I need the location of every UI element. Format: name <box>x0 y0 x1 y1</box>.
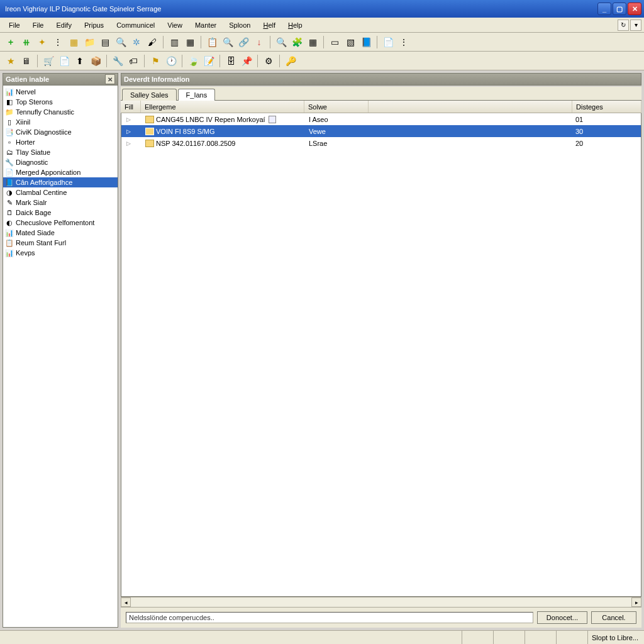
menu-communicel[interactable]: Communicel <box>110 19 161 31</box>
col-spacer <box>369 101 572 113</box>
t2-monitor-icon[interactable]: 🖥 <box>19 54 33 68</box>
sidebar-item-8[interactable]: 📄Merged Apponication <box>3 167 118 177</box>
t2-wrench-icon[interactable]: 🔧 <box>111 54 125 68</box>
t2-box-icon[interactable]: 📦 <box>89 54 103 68</box>
sidebar-item-9[interactable]: 📘Cân Aefforigadhce <box>3 177 118 187</box>
refresh-small-icon[interactable]: ↻ <box>618 19 629 31</box>
minimize-button[interactable]: _ <box>597 3 611 15</box>
sidebar-item-11[interactable]: ✎Mark Sialr <box>3 197 118 208</box>
tree-item-icon: 📄 <box>5 168 14 177</box>
t2-flag-icon[interactable]: ⚑ <box>148 54 162 68</box>
sidebar-item-4[interactable]: 📑CiviK Diagnostiice <box>3 127 118 137</box>
scroll-right-icon[interactable]: ▸ <box>631 597 641 607</box>
sidebar-item-7[interactable]: 🔧Diagnostic <box>3 157 118 167</box>
menu-edify[interactable]: Edify <box>50 19 77 31</box>
sidebar-item-3[interactable]: ▯Xiinil <box>3 117 118 127</box>
menu-manter[interactable]: Manter <box>189 19 223 31</box>
grip-icon[interactable]: ⋮ <box>51 35 65 49</box>
tab-0[interactable]: Salley Sales <box>122 89 177 101</box>
copy-icon[interactable]: 📋 <box>205 35 219 49</box>
horizontal-scrollbar[interactable]: ◂ ▸ <box>121 597 641 607</box>
t2-star-icon[interactable]: ★ <box>4 54 18 68</box>
expand-icon[interactable]: ▷ <box>125 116 131 123</box>
sidebar-item-13[interactable]: ◐Checuslove Pelfomentont <box>3 218 118 228</box>
sidebar-item-1[interactable]: ◧Top Sterons <box>3 97 118 107</box>
sidebar-item-6[interactable]: 🗂Tlay Siatue <box>3 147 118 157</box>
sidebar-item-0[interactable]: 📊Nervel <box>3 87 118 97</box>
add-multi-icon[interactable]: ⧺ <box>19 35 33 49</box>
col-ellergeme[interactable]: Ellergeme <box>141 101 304 113</box>
menu-file-1[interactable]: File <box>3 19 26 31</box>
folder-icon[interactable]: 📁 <box>82 35 96 49</box>
t2-leaf-icon[interactable]: 🍃 <box>186 54 200 68</box>
menu-helf[interactable]: Helf <box>257 19 282 31</box>
t2-gear-icon[interactable]: ⚙ <box>262 54 275 68</box>
tab-1[interactable]: F_Ians <box>178 89 216 101</box>
down-arrow-icon[interactable]: ↓ <box>252 35 266 49</box>
t2-tag-icon[interactable]: 🏷 <box>126 54 140 68</box>
t2-note-icon[interactable]: 📝 <box>202 54 216 68</box>
link-icon[interactable]: 🔗 <box>236 35 250 49</box>
star-icon[interactable]: ✲ <box>130 35 143 49</box>
menu-sploon[interactable]: Sploon <box>223 19 257 31</box>
book-icon[interactable]: 📘 <box>359 35 373 49</box>
sparkle-icon[interactable]: ✦ <box>35 35 49 49</box>
sidebar-close-icon[interactable]: ✕ <box>105 74 115 84</box>
zoom-icon[interactable]: 🔍 <box>221 35 235 49</box>
t2-key-icon[interactable]: 🔑 <box>284 54 297 68</box>
sidebar-tree[interactable]: 📊Nervel◧Top Sterons📁Tennufly Chanustic▯X… <box>3 86 118 628</box>
tree-item-label: Checuslove Pelfomentont <box>16 219 94 226</box>
menu-pripus[interactable]: Pripus <box>78 19 110 31</box>
table-row[interactable]: ▷CANG45 LNBC IV Repen MorkoyaíI Aseo01 <box>121 113 641 125</box>
t2-up-icon[interactable]: ⬆ <box>73 54 87 68</box>
list-icon[interactable]: ▥ <box>167 35 181 49</box>
brush-icon[interactable]: 🖌 <box>145 35 159 49</box>
maximize-button[interactable]: ▢ <box>613 3 626 15</box>
more-icon[interactable]: ⋮ <box>397 35 411 49</box>
tree-item-label: Mark Sialr <box>16 199 47 206</box>
sidebar-item-2[interactable]: 📁Tennufly Chanustic <box>3 107 118 117</box>
donocet-button[interactable]: Donocet... <box>537 611 587 624</box>
page-icon[interactable]: ▦ <box>67 35 80 49</box>
table-row[interactable]: ▷VOIN FI 8S9 S/MGVewe30 <box>121 125 641 137</box>
menu-view[interactable]: View <box>161 19 189 31</box>
table-icon[interactable]: ▦ <box>183 35 197 49</box>
scroll-track[interactable] <box>131 597 631 607</box>
t2-clock-icon[interactable]: 🕐 <box>164 54 178 68</box>
row-name: VOIN FI 8S9 S/MG <box>156 128 215 135</box>
sidebar-item-16[interactable]: 📊Kevps <box>3 248 118 258</box>
sidebar-item-12[interactable]: 🗒Daick Bage <box>3 208 118 218</box>
expand-icon[interactable]: ▷ <box>125 140 131 147</box>
sidebar-item-15[interactable]: 📋Reum Stant Furl <box>3 238 118 248</box>
close-button[interactable]: ✕ <box>628 3 641 15</box>
dropdown-small-icon[interactable]: ▾ <box>630 19 641 31</box>
t2-doc-icon[interactable]: 📄 <box>57 54 71 68</box>
expand-icon[interactable]: ▷ <box>125 128 131 135</box>
col-disteges[interactable]: Disteges <box>572 101 641 113</box>
row-dist: 20 <box>575 140 583 147</box>
grid-icon[interactable]: ▤ <box>98 35 112 49</box>
col-solwe[interactable]: Solwe <box>304 101 369 113</box>
sidebar-item-10[interactable]: ◑Clambal Centine <box>3 187 118 197</box>
sidebar-item-14[interactable]: 📊Mated Siade <box>3 228 118 238</box>
t2-pin-icon[interactable]: 📌 <box>240 54 253 68</box>
add-icon[interactable]: + <box>4 35 18 49</box>
t2-db-icon[interactable]: 🗄 <box>224 54 238 68</box>
grid-body[interactable]: ▷CANG45 LNBC IV Repen MorkoyaíI Aseo01▷V… <box>121 113 641 597</box>
document-icon[interactable]: 📄 <box>381 35 395 49</box>
t2-cart-icon[interactable]: 🛒 <box>42 54 55 68</box>
col-fill[interactable]: Fill <box>121 101 141 113</box>
calendar-icon[interactable]: ▦ <box>306 35 319 49</box>
table-row[interactable]: ▷NSP 342.01167.008.2509LSrae20 <box>121 137 641 149</box>
layers-icon[interactable]: ▧ <box>343 35 357 49</box>
puzzle-icon[interactable]: 🧩 <box>290 35 304 49</box>
scroll-left-icon[interactable]: ◂ <box>121 597 131 607</box>
tree-item-label: Kevps <box>16 249 35 257</box>
sidebar-item-5[interactable]: ▫Horter <box>3 137 118 147</box>
search-icon[interactable]: 🔍 <box>114 35 128 49</box>
window-icon[interactable]: ▭ <box>328 35 341 49</box>
menu-help[interactable]: Help <box>282 19 309 31</box>
find-icon[interactable]: 🔍 <box>274 35 288 49</box>
menu-file-2[interactable]: File <box>26 19 50 31</box>
cancel-button[interactable]: Cancel. <box>591 611 636 624</box>
